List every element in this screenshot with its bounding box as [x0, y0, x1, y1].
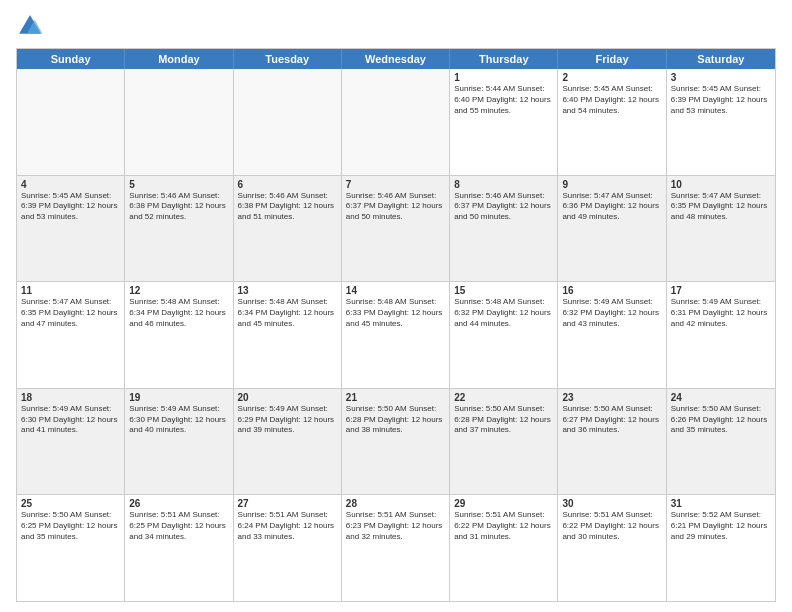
day-number: 19: [129, 392, 228, 403]
day-number: 8: [454, 179, 553, 190]
day-number: 1: [454, 72, 553, 83]
calendar-cell-day-31: 31Sunrise: 5:52 AM Sunset: 6:21 PM Dayli…: [667, 495, 775, 601]
calendar-cell-day-24: 24Sunrise: 5:50 AM Sunset: 6:26 PM Dayli…: [667, 389, 775, 495]
cell-sun-info: Sunrise: 5:45 AM Sunset: 6:40 PM Dayligh…: [562, 84, 661, 116]
day-number: 21: [346, 392, 445, 403]
calendar-row-0: 1Sunrise: 5:44 AM Sunset: 6:40 PM Daylig…: [17, 69, 775, 175]
cell-sun-info: Sunrise: 5:46 AM Sunset: 6:38 PM Dayligh…: [129, 191, 228, 223]
calendar-cell-day-10: 10Sunrise: 5:47 AM Sunset: 6:35 PM Dayli…: [667, 176, 775, 282]
day-number: 24: [671, 392, 771, 403]
header-day-sunday: Sunday: [17, 49, 125, 69]
calendar-cell-day-18: 18Sunrise: 5:49 AM Sunset: 6:30 PM Dayli…: [17, 389, 125, 495]
calendar-cell-day-15: 15Sunrise: 5:48 AM Sunset: 6:32 PM Dayli…: [450, 282, 558, 388]
calendar-cell-day-12: 12Sunrise: 5:48 AM Sunset: 6:34 PM Dayli…: [125, 282, 233, 388]
day-number: 23: [562, 392, 661, 403]
calendar-cell-day-2: 2Sunrise: 5:45 AM Sunset: 6:40 PM Daylig…: [558, 69, 666, 175]
cell-sun-info: Sunrise: 5:49 AM Sunset: 6:32 PM Dayligh…: [562, 297, 661, 329]
day-number: 12: [129, 285, 228, 296]
calendar-cell-empty: [125, 69, 233, 175]
day-number: 22: [454, 392, 553, 403]
calendar-cell-day-16: 16Sunrise: 5:49 AM Sunset: 6:32 PM Dayli…: [558, 282, 666, 388]
day-number: 5: [129, 179, 228, 190]
calendar-row-2: 11Sunrise: 5:47 AM Sunset: 6:35 PM Dayli…: [17, 281, 775, 388]
calendar-cell-day-9: 9Sunrise: 5:47 AM Sunset: 6:36 PM Daylig…: [558, 176, 666, 282]
cell-sun-info: Sunrise: 5:45 AM Sunset: 6:39 PM Dayligh…: [671, 84, 771, 116]
cell-sun-info: Sunrise: 5:49 AM Sunset: 6:30 PM Dayligh…: [129, 404, 228, 436]
calendar-cell-day-4: 4Sunrise: 5:45 AM Sunset: 6:39 PM Daylig…: [17, 176, 125, 282]
header-day-thursday: Thursday: [450, 49, 558, 69]
cell-sun-info: Sunrise: 5:48 AM Sunset: 6:34 PM Dayligh…: [238, 297, 337, 329]
day-number: 20: [238, 392, 337, 403]
calendar-cell-empty: [342, 69, 450, 175]
calendar-cell-day-5: 5Sunrise: 5:46 AM Sunset: 6:38 PM Daylig…: [125, 176, 233, 282]
calendar-cell-day-19: 19Sunrise: 5:49 AM Sunset: 6:30 PM Dayli…: [125, 389, 233, 495]
cell-sun-info: Sunrise: 5:50 AM Sunset: 6:28 PM Dayligh…: [346, 404, 445, 436]
day-number: 18: [21, 392, 120, 403]
day-number: 27: [238, 498, 337, 509]
calendar-cell-day-22: 22Sunrise: 5:50 AM Sunset: 6:28 PM Dayli…: [450, 389, 558, 495]
header-day-friday: Friday: [558, 49, 666, 69]
calendar-cell-day-17: 17Sunrise: 5:49 AM Sunset: 6:31 PM Dayli…: [667, 282, 775, 388]
day-number: 30: [562, 498, 661, 509]
day-number: 28: [346, 498, 445, 509]
calendar-cell-day-8: 8Sunrise: 5:46 AM Sunset: 6:37 PM Daylig…: [450, 176, 558, 282]
day-number: 15: [454, 285, 553, 296]
cell-sun-info: Sunrise: 5:48 AM Sunset: 6:34 PM Dayligh…: [129, 297, 228, 329]
day-number: 13: [238, 285, 337, 296]
calendar-cell-day-13: 13Sunrise: 5:48 AM Sunset: 6:34 PM Dayli…: [234, 282, 342, 388]
header-day-monday: Monday: [125, 49, 233, 69]
day-number: 7: [346, 179, 445, 190]
calendar-cell-day-1: 1Sunrise: 5:44 AM Sunset: 6:40 PM Daylig…: [450, 69, 558, 175]
cell-sun-info: Sunrise: 5:47 AM Sunset: 6:35 PM Dayligh…: [671, 191, 771, 223]
day-number: 10: [671, 179, 771, 190]
day-number: 6: [238, 179, 337, 190]
day-number: 3: [671, 72, 771, 83]
day-number: 9: [562, 179, 661, 190]
cell-sun-info: Sunrise: 5:47 AM Sunset: 6:35 PM Dayligh…: [21, 297, 120, 329]
logo: [16, 12, 48, 40]
header: [16, 12, 776, 40]
calendar-row-1: 4Sunrise: 5:45 AM Sunset: 6:39 PM Daylig…: [17, 175, 775, 282]
cell-sun-info: Sunrise: 5:50 AM Sunset: 6:26 PM Dayligh…: [671, 404, 771, 436]
cell-sun-info: Sunrise: 5:52 AM Sunset: 6:21 PM Dayligh…: [671, 510, 771, 542]
calendar-cell-day-29: 29Sunrise: 5:51 AM Sunset: 6:22 PM Dayli…: [450, 495, 558, 601]
cell-sun-info: Sunrise: 5:46 AM Sunset: 6:37 PM Dayligh…: [346, 191, 445, 223]
calendar-cell-day-7: 7Sunrise: 5:46 AM Sunset: 6:37 PM Daylig…: [342, 176, 450, 282]
calendar-cell-day-27: 27Sunrise: 5:51 AM Sunset: 6:24 PM Dayli…: [234, 495, 342, 601]
calendar: SundayMondayTuesdayWednesdayThursdayFrid…: [16, 48, 776, 602]
calendar-cell-day-3: 3Sunrise: 5:45 AM Sunset: 6:39 PM Daylig…: [667, 69, 775, 175]
day-number: 31: [671, 498, 771, 509]
day-number: 16: [562, 285, 661, 296]
calendar-cell-day-23: 23Sunrise: 5:50 AM Sunset: 6:27 PM Dayli…: [558, 389, 666, 495]
logo-icon: [16, 12, 44, 40]
calendar-cell-day-30: 30Sunrise: 5:51 AM Sunset: 6:22 PM Dayli…: [558, 495, 666, 601]
calendar-cell-day-21: 21Sunrise: 5:50 AM Sunset: 6:28 PM Dayli…: [342, 389, 450, 495]
page: SundayMondayTuesdayWednesdayThursdayFrid…: [0, 0, 792, 612]
cell-sun-info: Sunrise: 5:49 AM Sunset: 6:30 PM Dayligh…: [21, 404, 120, 436]
cell-sun-info: Sunrise: 5:49 AM Sunset: 6:31 PM Dayligh…: [671, 297, 771, 329]
cell-sun-info: Sunrise: 5:51 AM Sunset: 6:25 PM Dayligh…: [129, 510, 228, 542]
cell-sun-info: Sunrise: 5:51 AM Sunset: 6:23 PM Dayligh…: [346, 510, 445, 542]
cell-sun-info: Sunrise: 5:46 AM Sunset: 6:38 PM Dayligh…: [238, 191, 337, 223]
cell-sun-info: Sunrise: 5:48 AM Sunset: 6:32 PM Dayligh…: [454, 297, 553, 329]
header-day-wednesday: Wednesday: [342, 49, 450, 69]
header-day-tuesday: Tuesday: [234, 49, 342, 69]
cell-sun-info: Sunrise: 5:51 AM Sunset: 6:22 PM Dayligh…: [454, 510, 553, 542]
calendar-cell-day-28: 28Sunrise: 5:51 AM Sunset: 6:23 PM Dayli…: [342, 495, 450, 601]
day-number: 29: [454, 498, 553, 509]
day-number: 2: [562, 72, 661, 83]
calendar-row-3: 18Sunrise: 5:49 AM Sunset: 6:30 PM Dayli…: [17, 388, 775, 495]
calendar-cell-day-20: 20Sunrise: 5:49 AM Sunset: 6:29 PM Dayli…: [234, 389, 342, 495]
day-number: 25: [21, 498, 120, 509]
calendar-cell-empty: [17, 69, 125, 175]
cell-sun-info: Sunrise: 5:45 AM Sunset: 6:39 PM Dayligh…: [21, 191, 120, 223]
cell-sun-info: Sunrise: 5:49 AM Sunset: 6:29 PM Dayligh…: [238, 404, 337, 436]
calendar-body: 1Sunrise: 5:44 AM Sunset: 6:40 PM Daylig…: [17, 69, 775, 601]
calendar-cell-day-26: 26Sunrise: 5:51 AM Sunset: 6:25 PM Dayli…: [125, 495, 233, 601]
cell-sun-info: Sunrise: 5:50 AM Sunset: 6:27 PM Dayligh…: [562, 404, 661, 436]
cell-sun-info: Sunrise: 5:50 AM Sunset: 6:28 PM Dayligh…: [454, 404, 553, 436]
calendar-cell-day-25: 25Sunrise: 5:50 AM Sunset: 6:25 PM Dayli…: [17, 495, 125, 601]
day-number: 14: [346, 285, 445, 296]
calendar-cell-day-6: 6Sunrise: 5:46 AM Sunset: 6:38 PM Daylig…: [234, 176, 342, 282]
day-number: 4: [21, 179, 120, 190]
